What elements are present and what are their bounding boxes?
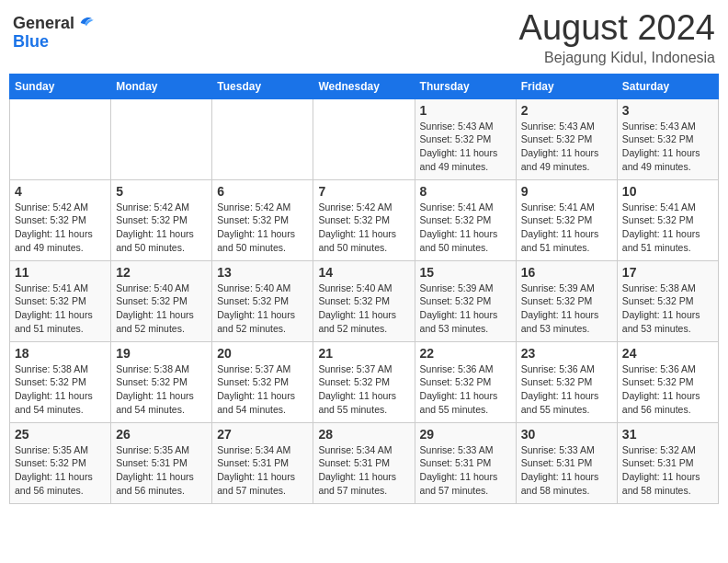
cell-week4-day5: 23Sunrise: 5:36 AMSunset: 5:32 PMDayligh… bbox=[516, 341, 617, 422]
day-info: Sunrise: 5:43 AMSunset: 5:32 PMDaylight:… bbox=[521, 120, 612, 174]
day-info: Sunrise: 5:41 AMSunset: 5:32 PMDaylight:… bbox=[420, 201, 511, 255]
day-info: Sunrise: 5:33 AMSunset: 5:31 PMDaylight:… bbox=[521, 443, 612, 498]
cell-week5-day3: 28Sunrise: 5:34 AMSunset: 5:31 PMDayligh… bbox=[313, 422, 415, 503]
day-info: Sunrise: 5:43 AMSunset: 5:32 PMDaylight:… bbox=[420, 120, 511, 174]
cell-week4-day1: 19Sunrise: 5:38 AMSunset: 5:32 PMDayligh… bbox=[111, 341, 212, 422]
day-number: 6 bbox=[217, 184, 308, 199]
weekday-header-row: Sunday Monday Tuesday Wednesday Thursday… bbox=[10, 74, 719, 98]
day-number: 14 bbox=[318, 265, 409, 280]
day-number: 22 bbox=[420, 346, 511, 361]
day-number: 18 bbox=[15, 346, 106, 361]
cell-week3-day2: 13Sunrise: 5:40 AMSunset: 5:32 PMDayligh… bbox=[212, 260, 313, 341]
cell-week4-day2: 20Sunrise: 5:37 AMSunset: 5:32 PMDayligh… bbox=[212, 341, 313, 422]
day-info: Sunrise: 5:40 AMSunset: 5:32 PMDaylight:… bbox=[116, 282, 207, 336]
day-info: Sunrise: 5:40 AMSunset: 5:32 PMDaylight:… bbox=[217, 282, 308, 336]
title-block: August 2024 Bejagung Kidul, Indonesia bbox=[519, 9, 715, 66]
cell-week1-day3 bbox=[313, 98, 415, 179]
day-number: 1 bbox=[420, 103, 511, 118]
day-info: Sunrise: 5:38 AMSunset: 5:32 PMDaylight:… bbox=[15, 362, 106, 417]
day-info: Sunrise: 5:33 AMSunset: 5:31 PMDaylight:… bbox=[420, 443, 511, 498]
cell-week1-day2 bbox=[212, 98, 313, 179]
cell-week2-day1: 5Sunrise: 5:42 AMSunset: 5:32 PMDaylight… bbox=[111, 179, 212, 260]
day-info: Sunrise: 5:36 AMSunset: 5:32 PMDaylight:… bbox=[521, 362, 612, 417]
cell-week5-day6: 31Sunrise: 5:32 AMSunset: 5:31 PMDayligh… bbox=[617, 422, 718, 503]
cell-week3-day5: 16Sunrise: 5:39 AMSunset: 5:32 PMDayligh… bbox=[516, 260, 617, 341]
day-info: Sunrise: 5:42 AMSunset: 5:32 PMDaylight:… bbox=[116, 201, 207, 255]
cell-week5-day2: 27Sunrise: 5:34 AMSunset: 5:31 PMDayligh… bbox=[212, 422, 313, 503]
day-number: 26 bbox=[116, 427, 207, 442]
day-info: Sunrise: 5:41 AMSunset: 5:32 PMDaylight:… bbox=[15, 282, 106, 336]
day-number: 16 bbox=[521, 265, 612, 280]
header-wednesday: Wednesday bbox=[313, 74, 415, 98]
cell-week1-day0 bbox=[10, 98, 111, 179]
cell-week1-day4: 1Sunrise: 5:43 AMSunset: 5:32 PMDaylight… bbox=[415, 98, 516, 179]
week-row-3: 11Sunrise: 5:41 AMSunset: 5:32 PMDayligh… bbox=[10, 260, 719, 341]
day-number: 21 bbox=[318, 346, 409, 361]
cell-week2-day6: 10Sunrise: 5:41 AMSunset: 5:32 PMDayligh… bbox=[617, 179, 718, 260]
day-number: 7 bbox=[318, 184, 409, 199]
header-friday: Friday bbox=[516, 74, 617, 98]
logo-bird-icon bbox=[76, 13, 97, 33]
cell-week5-day0: 25Sunrise: 5:35 AMSunset: 5:32 PMDayligh… bbox=[10, 422, 111, 503]
cell-week2-day2: 6Sunrise: 5:42 AMSunset: 5:32 PMDaylight… bbox=[212, 179, 313, 260]
cell-week2-day4: 8Sunrise: 5:41 AMSunset: 5:32 PMDaylight… bbox=[415, 179, 516, 260]
day-number: 28 bbox=[318, 427, 409, 442]
day-info: Sunrise: 5:35 AMSunset: 5:32 PMDaylight:… bbox=[15, 443, 106, 498]
cell-week2-day5: 9Sunrise: 5:41 AMSunset: 5:32 PMDaylight… bbox=[516, 179, 617, 260]
cell-week3-day6: 17Sunrise: 5:38 AMSunset: 5:32 PMDayligh… bbox=[617, 260, 718, 341]
cell-week3-day4: 15Sunrise: 5:39 AMSunset: 5:32 PMDayligh… bbox=[415, 260, 516, 341]
day-number: 24 bbox=[622, 346, 713, 361]
day-number: 11 bbox=[15, 265, 106, 280]
day-info: Sunrise: 5:32 AMSunset: 5:31 PMDaylight:… bbox=[622, 443, 713, 498]
week-row-5: 25Sunrise: 5:35 AMSunset: 5:32 PMDayligh… bbox=[10, 422, 719, 503]
day-number: 2 bbox=[521, 103, 612, 118]
day-info: Sunrise: 5:37 AMSunset: 5:32 PMDaylight:… bbox=[318, 362, 409, 417]
cell-week4-day6: 24Sunrise: 5:36 AMSunset: 5:32 PMDayligh… bbox=[617, 341, 718, 422]
day-info: Sunrise: 5:35 AMSunset: 5:31 PMDaylight:… bbox=[116, 443, 207, 498]
cell-week4-day0: 18Sunrise: 5:38 AMSunset: 5:32 PMDayligh… bbox=[10, 341, 111, 422]
cell-week2-day3: 7Sunrise: 5:42 AMSunset: 5:32 PMDaylight… bbox=[313, 179, 415, 260]
logo-text-line2: Blue bbox=[13, 33, 97, 52]
day-info: Sunrise: 5:34 AMSunset: 5:31 PMDaylight:… bbox=[217, 443, 308, 498]
header-monday: Monday bbox=[111, 74, 212, 98]
header-tuesday: Tuesday bbox=[212, 74, 313, 98]
day-number: 31 bbox=[622, 427, 713, 442]
page-header: General Blue August 2024 Bejagung Kidul,… bbox=[9, 9, 719, 66]
day-number: 30 bbox=[521, 427, 612, 442]
cell-week3-day1: 12Sunrise: 5:40 AMSunset: 5:32 PMDayligh… bbox=[111, 260, 212, 341]
day-info: Sunrise: 5:43 AMSunset: 5:32 PMDaylight:… bbox=[622, 120, 713, 174]
header-thursday: Thursday bbox=[415, 74, 516, 98]
cell-week5-day5: 30Sunrise: 5:33 AMSunset: 5:31 PMDayligh… bbox=[516, 422, 617, 503]
day-number: 15 bbox=[420, 265, 511, 280]
day-number: 27 bbox=[217, 427, 308, 442]
day-number: 23 bbox=[521, 346, 612, 361]
cell-week5-day1: 26Sunrise: 5:35 AMSunset: 5:31 PMDayligh… bbox=[111, 422, 212, 503]
logo: General Blue bbox=[13, 15, 97, 52]
day-info: Sunrise: 5:42 AMSunset: 5:32 PMDaylight:… bbox=[217, 201, 308, 255]
day-info: Sunrise: 5:36 AMSunset: 5:32 PMDaylight:… bbox=[420, 362, 511, 417]
cell-week4-day3: 21Sunrise: 5:37 AMSunset: 5:32 PMDayligh… bbox=[313, 341, 415, 422]
cell-week5-day4: 29Sunrise: 5:33 AMSunset: 5:31 PMDayligh… bbox=[415, 422, 516, 503]
day-number: 10 bbox=[622, 184, 713, 199]
day-info: Sunrise: 5:42 AMSunset: 5:32 PMDaylight:… bbox=[15, 201, 106, 255]
day-number: 4 bbox=[15, 184, 106, 199]
day-info: Sunrise: 5:36 AMSunset: 5:32 PMDaylight:… bbox=[622, 362, 713, 417]
cell-week3-day3: 14Sunrise: 5:40 AMSunset: 5:32 PMDayligh… bbox=[313, 260, 415, 341]
cell-week3-day0: 11Sunrise: 5:41 AMSunset: 5:32 PMDayligh… bbox=[10, 260, 111, 341]
day-number: 13 bbox=[217, 265, 308, 280]
header-saturday: Saturday bbox=[617, 74, 718, 98]
cell-week4-day4: 22Sunrise: 5:36 AMSunset: 5:32 PMDayligh… bbox=[415, 341, 516, 422]
day-number: 9 bbox=[521, 184, 612, 199]
day-info: Sunrise: 5:41 AMSunset: 5:32 PMDaylight:… bbox=[521, 201, 612, 255]
day-number: 20 bbox=[217, 346, 308, 361]
day-number: 3 bbox=[622, 103, 713, 118]
day-number: 5 bbox=[116, 184, 207, 199]
day-info: Sunrise: 5:38 AMSunset: 5:32 PMDaylight:… bbox=[622, 282, 713, 336]
cell-week2-day0: 4Sunrise: 5:42 AMSunset: 5:32 PMDaylight… bbox=[10, 179, 111, 260]
day-info: Sunrise: 5:39 AMSunset: 5:32 PMDaylight:… bbox=[521, 282, 612, 336]
day-info: Sunrise: 5:40 AMSunset: 5:32 PMDaylight:… bbox=[318, 282, 409, 336]
day-info: Sunrise: 5:39 AMSunset: 5:32 PMDaylight:… bbox=[420, 282, 511, 336]
logo-text-line1: General bbox=[13, 15, 74, 33]
cell-week1-day6: 3Sunrise: 5:43 AMSunset: 5:32 PMDaylight… bbox=[617, 98, 718, 179]
subtitle: Bejagung Kidul, Indonesia bbox=[519, 50, 715, 66]
